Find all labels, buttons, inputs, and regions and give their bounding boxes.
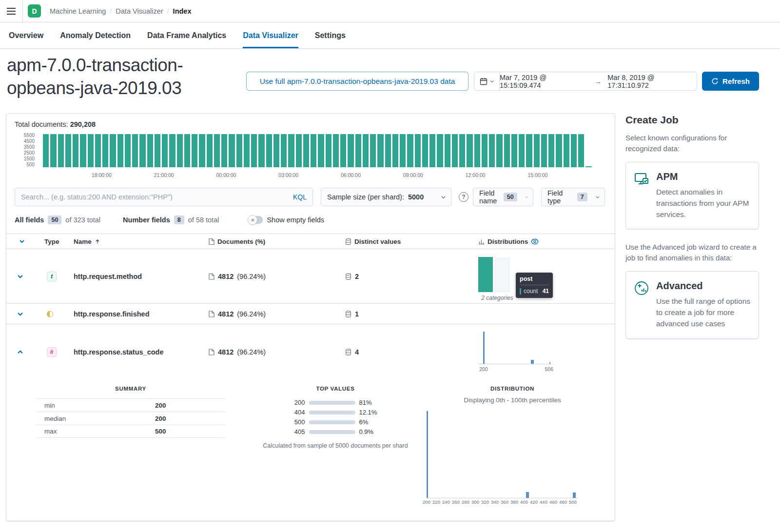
- top-value-bar: [309, 411, 355, 414]
- date-start[interactable]: Mar 7, 2019 @ 15:15:09.474: [500, 74, 589, 89]
- distribution-x-tick: 260: [452, 499, 460, 505]
- field-name-select[interactable]: Field name 50: [473, 188, 533, 206]
- calendar-button[interactable]: [474, 72, 500, 90]
- tab-settings[interactable]: Settings: [315, 22, 346, 48]
- tab-data-visualizer[interactable]: Data Visualizer: [243, 22, 298, 48]
- sample-size-label: Sample size (per shard):: [327, 193, 404, 201]
- doc-chart-bar: [169, 134, 175, 167]
- tab-overview[interactable]: Overview: [9, 22, 43, 48]
- doc-chart-x-tick: 09:00:00: [403, 172, 423, 178]
- doc-chart-y-tick: 5500: [6, 133, 35, 138]
- top-values-section: TOP VALUES 200 81% 404 12.1% 500 6%: [248, 386, 423, 449]
- documents-percent: 4812 (96.24%): [209, 348, 266, 356]
- help-icon[interactable]: ?: [459, 192, 468, 202]
- distribution-subtitle: Displaying 0th - 100th percentiles: [421, 396, 604, 404]
- distribution-x-tick: 460: [549, 499, 557, 505]
- tab-anomaly-detection[interactable]: Anomaly Detection: [60, 22, 131, 48]
- doc-chart-bar: [236, 134, 242, 167]
- toolbar: Use full apm-7.0.0-transaction-opbeans-j…: [0, 72, 780, 91]
- doc-chart-x-tick: 00:00:00: [216, 172, 236, 178]
- use-full-data-button[interactable]: Use full apm-7.0.0-transaction-opbeans-j…: [246, 72, 468, 91]
- doc-chart-bar: [445, 134, 450, 167]
- column-header-distributions: Distributions: [478, 238, 539, 245]
- doc-chart-bar: [355, 134, 361, 167]
- summary-stat-value: 200: [155, 415, 166, 422]
- database-icon: [345, 311, 351, 317]
- doc-chart-bar: [266, 134, 272, 167]
- doc-chart-bar: [192, 134, 197, 167]
- row-expand-chevron-icon[interactable]: [17, 311, 23, 317]
- doc-chart-bar: [184, 134, 190, 167]
- advanced-job-card[interactable]: Advanced Use the full range of options t…: [625, 271, 759, 339]
- row-collapse-chevron-icon[interactable]: [17, 349, 23, 355]
- space-avatar[interactable]: D: [28, 4, 41, 18]
- mini-chart-bump: [531, 360, 534, 364]
- doc-chart-bar: [363, 134, 369, 167]
- doc-chart-bar: [407, 134, 413, 167]
- column-header-name[interactable]: Name: [74, 238, 100, 245]
- doc-chart-bar: [303, 134, 309, 167]
- distribution-x-tick: 320: [481, 499, 489, 505]
- number-fields-summary: Number fields 8 of 58 total: [123, 216, 219, 224]
- search-input[interactable]: [21, 193, 288, 201]
- breadcrumb: Machine Learning / Data Visualizer / Ind…: [50, 7, 191, 15]
- show-empty-fields-toggle[interactable]: ✕: [248, 216, 263, 224]
- top-value-bar: [309, 430, 355, 434]
- doc-chart-bar: [429, 134, 435, 167]
- tab-data-frame-analytics[interactable]: Data Frame Analytics: [147, 22, 226, 48]
- distribution-x-tick: 360: [501, 499, 508, 505]
- summary-stat-label: median: [36, 415, 155, 422]
- doc-chart-bar: [251, 134, 257, 167]
- top-value-label: 404: [287, 409, 305, 416]
- sample-footnote: Calculated from sample of 5000 documents…: [248, 442, 423, 449]
- expand-all-chevron-icon[interactable]: [19, 238, 25, 244]
- search-row: KQL Sample size (per shard): 5000 ? Fiel…: [6, 188, 615, 206]
- doc-chart-bar: [147, 134, 153, 167]
- doc-chart-bar: [58, 134, 64, 167]
- distribution-x-tick: 220: [432, 499, 440, 505]
- number-type-token-icon: #: [47, 347, 57, 357]
- doc-chart-y-axis: 55004500350025001500500: [6, 133, 35, 167]
- doc-chart-bar: [564, 134, 569, 167]
- create-job-sidebar: Create Job Select known configurations f…: [625, 111, 759, 352]
- row-expand-chevron-icon[interactable]: [17, 273, 23, 279]
- sample-size-select[interactable]: Sample size (per shard): 5000: [321, 188, 451, 206]
- doc-chart-bar: [496, 134, 502, 167]
- doc-chart-x-tick: 06:00:00: [341, 172, 361, 178]
- tooltip-series-swatch: [520, 288, 521, 295]
- doc-chart-bar: [459, 134, 465, 167]
- field-name: http.response.status_code: [74, 348, 164, 356]
- chart-tooltip: post count 41: [516, 273, 553, 298]
- kql-button[interactable]: KQL: [293, 193, 307, 201]
- doc-chart-bar: [385, 134, 391, 167]
- database-icon: [345, 273, 351, 280]
- category-distribution-chart: [478, 255, 515, 292]
- refresh-button[interactable]: Refresh: [702, 72, 759, 91]
- boolean-type-token-icon: [47, 311, 53, 317]
- mini-chart-spike: [483, 332, 485, 364]
- distribution-x-tick: 300: [471, 499, 479, 505]
- field-filters-row: All fields 50 of 323 total Number fields…: [15, 215, 324, 225]
- breadcrumb-machine-learning[interactable]: Machine Learning: [50, 7, 106, 15]
- chevron-down-icon: [489, 79, 494, 84]
- breadcrumb-separator: /: [110, 7, 112, 15]
- breadcrumb-data-visualizer[interactable]: Data Visualizer: [116, 7, 163, 15]
- eye-icon[interactable]: [531, 238, 539, 245]
- total-documents-label: Total documents:: [15, 120, 68, 128]
- date-range[interactable]: Mar 7, 2019 @ 15:15:09.474 → Mar 8, 2019…: [500, 72, 697, 90]
- table-row-http-response-finished: http.response.finished 4812 (96.24%) 1: [6, 304, 615, 324]
- doc-chart-x-tick: 18:00:00: [92, 172, 112, 178]
- distribution-x-tick: 240: [442, 499, 450, 505]
- doc-chart-bar: [244, 134, 250, 167]
- top-value-label: 500: [287, 418, 305, 426]
- doc-chart-bar: [139, 134, 145, 167]
- top-value-percent: 6%: [359, 418, 385, 426]
- date-end[interactable]: Mar 8, 2019 @ 17:31:10.972: [607, 74, 697, 89]
- field-type-select[interactable]: Field type 7: [541, 188, 605, 206]
- distribution-x-tick: 420: [530, 499, 538, 505]
- top-value-label: 405: [287, 428, 305, 435]
- distribution-x-axis: 2002202402602803003203403603804004204404…: [427, 498, 578, 505]
- apm-job-card[interactable]: APM Detect anomalies in transactions fro…: [625, 162, 759, 230]
- menu-icon[interactable]: [0, 3, 22, 20]
- summary-section: SUMMARY min 200 median 200 max 500: [36, 386, 226, 438]
